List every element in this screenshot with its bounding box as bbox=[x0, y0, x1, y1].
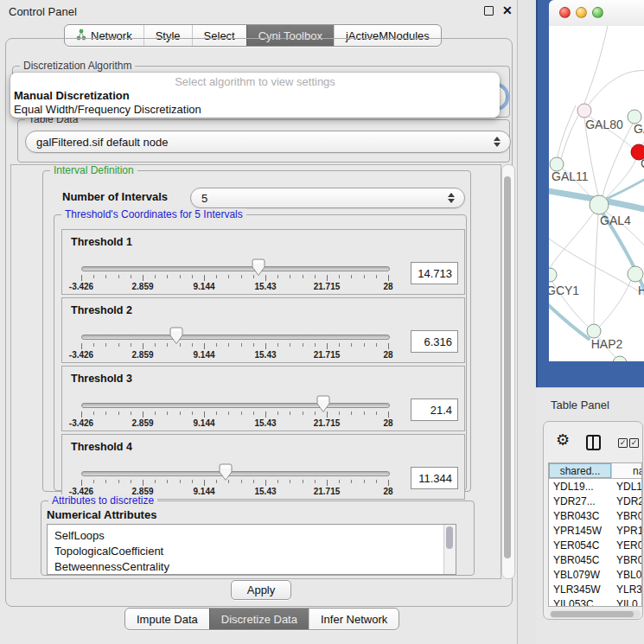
node-label: HAP2 bbox=[591, 337, 623, 351]
network-edge[interactable] bbox=[550, 213, 594, 268]
algorithm-placeholder-item[interactable]: Select algorithm to view settings bbox=[10, 75, 500, 89]
checkbox-icon[interactable]: ✓ bbox=[618, 438, 628, 448]
scrollbar-thumb[interactable] bbox=[504, 176, 511, 558]
tick-label: 2.859 bbox=[131, 282, 153, 291]
table-row[interactable]: YBR045CYBR0 bbox=[549, 552, 641, 567]
threshold-value-field[interactable]: 21.4 bbox=[411, 399, 458, 421]
table-row[interactable]: YPR145WYPR1 bbox=[549, 523, 641, 538]
tab-discretize-data[interactable]: Discretize Data bbox=[209, 609, 309, 629]
algorithm-item-equal-width[interactable]: Equal Width/Frequency Discretization bbox=[10, 103, 503, 117]
threshold-label: Threshold 4 bbox=[71, 441, 132, 453]
tick-label: 21.715 bbox=[314, 487, 341, 496]
table-rows: YDL19...YDL1YDR27...YDR2YBR043CYBR0YPR14… bbox=[549, 479, 641, 607]
list-item[interactable]: SelfLoops bbox=[48, 528, 456, 544]
cell-shared-name: YDR27... bbox=[549, 494, 611, 508]
list-item[interactable]: BetweennessCentrality bbox=[48, 559, 456, 575]
network-edge[interactable] bbox=[584, 70, 644, 111]
threshold-value-field[interactable]: 11.344 bbox=[411, 467, 458, 489]
network-node-green[interactable] bbox=[590, 195, 609, 214]
column-header-name[interactable]: na bbox=[611, 463, 641, 478]
network-node-green[interactable] bbox=[628, 266, 643, 282]
table-row[interactable]: YBR043CYBR0 bbox=[549, 508, 641, 523]
cell-shared-name: YBR043C bbox=[549, 508, 611, 523]
algorithm-item-manual[interactable]: Manual Discretization bbox=[10, 89, 503, 103]
number-of-intervals-label: Number of Intervals bbox=[62, 190, 168, 203]
threshold-slider-track[interactable] bbox=[81, 403, 390, 408]
threshold-slider-thumb[interactable] bbox=[316, 395, 330, 417]
table-row[interactable]: YDR27...YDR2 bbox=[549, 494, 641, 508]
table-row[interactable]: YDL19...YDL1 bbox=[549, 479, 641, 494]
settings-viewport: Interval Definition Number of Intervals … bbox=[10, 164, 501, 579]
stepper-arrows-icon bbox=[494, 137, 501, 147]
settings-vertical-scrollbar[interactable] bbox=[501, 164, 515, 579]
split-columns-icon[interactable] bbox=[586, 435, 601, 450]
tick-label: 28 bbox=[383, 350, 392, 360]
minimize-traffic-light[interactable] bbox=[576, 7, 587, 18]
threshold-label: Threshold 2 bbox=[71, 304, 132, 316]
stepper-arrows-icon bbox=[448, 193, 455, 203]
table-data-combobox[interactable]: galFiltered.sif default node bbox=[25, 131, 511, 153]
algorithm-dropdown-popup: Select algorithm to view settings Manual… bbox=[10, 73, 500, 118]
table-row[interactable]: YIL053CYIL0 bbox=[549, 596, 641, 607]
table-row[interactable]: YLR345WYLR3 bbox=[549, 582, 641, 596]
tab-impute-data[interactable]: Impute Data bbox=[125, 609, 209, 629]
number-of-intervals-combobox[interactable]: 5 bbox=[190, 188, 465, 208]
tick-label: 15.43 bbox=[254, 418, 276, 428]
cell-name: YLR3 bbox=[611, 582, 641, 596]
tick-label: 9.144 bbox=[193, 418, 214, 428]
table-horizontal-scrollbar[interactable] bbox=[550, 610, 641, 618]
cell-shared-name: YLR345W bbox=[549, 582, 611, 596]
network-edge[interactable] bbox=[594, 214, 598, 324]
float-window-icon[interactable] bbox=[484, 6, 494, 16]
cell-name: YBL0 bbox=[611, 567, 641, 582]
threshold-slider-thumb[interactable] bbox=[169, 327, 183, 348]
threshold-coordinates-title: Threshold's Coordinates for 5 Intervals bbox=[61, 208, 246, 220]
interval-definition-group: Interval Definition Number of Intervals … bbox=[42, 170, 471, 492]
network-window-titlebar[interactable] bbox=[549, 0, 644, 27]
zoom-traffic-light[interactable] bbox=[592, 7, 603, 18]
column-header-shared-name[interactable]: shared... bbox=[549, 463, 611, 478]
cyni-mode-tab-bar: Impute DataDiscretize DataInfer Network bbox=[124, 608, 399, 630]
table-data-combobox-value: galFiltered.sif default node bbox=[36, 136, 168, 149]
slider-major-ticks bbox=[81, 275, 390, 281]
network-graph: GAL80GACGAL11GAL4GCY1HHAP2 bbox=[549, 26, 644, 361]
network-edge[interactable] bbox=[584, 26, 609, 104]
threshold-slider-track[interactable] bbox=[81, 471, 390, 476]
attributes-items: SelfLoopsTopologicalCoefficientBetweenne… bbox=[48, 525, 456, 575]
apply-button[interactable]: Apply bbox=[231, 580, 291, 600]
table-header-row: shared... na bbox=[549, 463, 641, 479]
cell-shared-name: YPR145W bbox=[549, 523, 611, 538]
network-edge-thick[interactable] bbox=[601, 174, 644, 201]
slider-major-ticks bbox=[81, 343, 390, 349]
threshold-slider-thumb[interactable] bbox=[219, 463, 233, 485]
table-row[interactable]: YER054CYER0 bbox=[549, 538, 641, 552]
network-node-green[interactable] bbox=[587, 324, 601, 338]
attributes-list-scrollbar[interactable] bbox=[443, 525, 456, 574]
network-node-pink[interactable] bbox=[577, 104, 591, 118]
network-canvas[interactable]: GAL80GACGAL11GAL4GCY1HHAP2 bbox=[549, 26, 644, 361]
scrollbar-thumb[interactable] bbox=[551, 611, 634, 617]
network-edge[interactable] bbox=[558, 105, 576, 157]
tab-label: Infer Network bbox=[321, 613, 387, 626]
node-label: GCY1 bbox=[549, 284, 579, 297]
threshold-value-field[interactable]: 6.316 bbox=[411, 330, 458, 353]
checkbox-icon[interactable]: ✓ bbox=[629, 438, 639, 448]
close-traffic-light[interactable] bbox=[559, 7, 571, 18]
table-row[interactable]: YBL079WYBL0 bbox=[549, 567, 641, 582]
network-edge[interactable] bbox=[561, 114, 579, 159]
numerical-attributes-list[interactable]: SelfLoopsTopologicalCoefficientBetweenne… bbox=[47, 524, 456, 575]
threshold-slider-track[interactable] bbox=[81, 266, 390, 271]
threshold-value-field[interactable]: 14.713 bbox=[411, 262, 458, 284]
tick-label: 21.715 bbox=[314, 282, 341, 291]
threshold-slider-track[interactable] bbox=[81, 335, 390, 340]
list-item[interactable]: TopologicalCoefficient bbox=[48, 544, 456, 559]
threshold-slider-thumb[interactable] bbox=[252, 258, 265, 280]
tick-label: -3.426 bbox=[69, 350, 93, 360]
close-icon[interactable]: ✕ bbox=[502, 3, 513, 17]
network-view-window: GAL80GACGAL11GAL4GCY1HHAP2 bbox=[536, 0, 644, 387]
cell-name: YBR0 bbox=[611, 552, 641, 567]
network-node-green[interactable] bbox=[549, 268, 557, 282]
tab-infer-network[interactable]: Infer Network bbox=[309, 609, 399, 629]
gear-icon[interactable]: ⚙ bbox=[556, 430, 570, 450]
network-edge[interactable] bbox=[600, 280, 631, 326]
